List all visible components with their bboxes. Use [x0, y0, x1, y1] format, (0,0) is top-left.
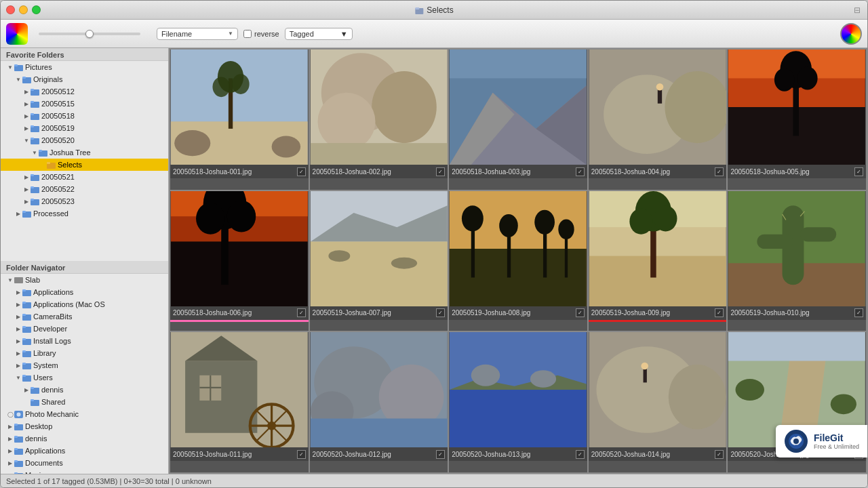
sidebar-item-20050523[interactable]: ▶ 20050523 [1, 195, 168, 207]
filter-dropdown[interactable]: Tagged ▼ [285, 28, 353, 40]
photo-filename: 20050520-Joshua-012.jpg [313, 451, 437, 458]
disclosure-icon [39, 161, 47, 169]
zoom-slider[interactable] [39, 33, 140, 35]
sidebar-item-20050519[interactable]: ▶ 20050519 [1, 122, 168, 134]
reverse-checkbox[interactable] [243, 30, 252, 38]
sidebar-item-nav-movies[interactable]: ▶ Movies [1, 469, 168, 474]
sidebar-item-originals[interactable]: ▼ Originals [1, 73, 168, 85]
sort-dropdown[interactable]: Filename ▼ [157, 28, 238, 40]
photo-cell-4[interactable]: 20050518-Joshua-004.jpg ✓ [589, 49, 727, 190]
disclosure-icon: ▶ [14, 361, 22, 369]
sidebar-item-label: CameraBits [33, 312, 72, 321]
sidebar-item-nav-dennis[interactable]: ▶ dennis [1, 384, 168, 396]
sidebar-item-nav-library[interactable]: ▶ Library [1, 347, 168, 359]
photo-tag-bar [728, 320, 866, 322]
photo-cell-3[interactable]: 20050518-Joshua-003.jpg ✓ [449, 49, 587, 190]
sidebar-item-nav-photo-mechanic[interactable]: ◯ Photo Mechanic [1, 408, 168, 420]
photo-check[interactable]: ✓ [854, 308, 863, 317]
window-resize-button[interactable]: ⊟ [852, 5, 862, 15]
disclosure-icon: ▼ [14, 75, 22, 83]
photo-cell-14[interactable]: 20050520-Joshua-014.jpg ✓ [589, 332, 727, 472]
sidebar-item-nav-users[interactable]: ▼ Users [1, 371, 168, 384]
photo-filename: 20050519-Joshua-007.jpg [313, 309, 437, 317]
svg-point-102 [196, 203, 225, 235]
photo-thumbnail-7 [310, 191, 448, 306]
photo-caption-2: 20050518-Joshua-002.jpg ✓ [310, 165, 448, 178]
filegit-logo-icon [784, 429, 808, 453]
sidebar-item-nav-documents[interactable]: ▶ Documents [1, 457, 168, 469]
photo-cell-11[interactable]: 20050519-Joshua-011.jpg ✓ [170, 332, 309, 472]
photo-tag-bar [449, 461, 587, 463]
sidebar-item-20050521[interactable]: ▶ 20050521 [1, 171, 168, 183]
photo-cell-9[interactable]: 20050519-Joshua-009.jpg ✓ [589, 191, 727, 331]
photo-cell-8[interactable]: 20050519-Joshua-008.jpg ✓ [449, 191, 587, 331]
folder-icon [31, 88, 40, 96]
sidebar-item-label: 20050522 [41, 185, 75, 193]
photo-check[interactable]: ✓ [297, 450, 306, 459]
photo-check[interactable]: ✓ [576, 450, 585, 459]
photo-cell-1[interactable]: 20050518-Joshua-001.jpg ✓ [170, 49, 309, 190]
photo-check[interactable]: ✓ [576, 308, 585, 317]
photo-check[interactable]: ✓ [715, 167, 724, 176]
photo-cell-12[interactable]: 20050520-Joshua-012.jpg ✓ [310, 332, 448, 472]
photo-caption-13: 20050520-Joshua-013.jpg ✓ [449, 447, 587, 461]
photo-check[interactable]: ✓ [436, 450, 445, 459]
photo-check[interactable]: ✓ [576, 167, 585, 176]
close-button[interactable] [6, 5, 15, 14]
svg-point-88 [656, 83, 663, 91]
disclosure-icon: ▼ [6, 63, 14, 71]
sidebar-item-20050518[interactable]: ▶ 20050518 [1, 110, 168, 122]
sidebar-item-nav-desktop[interactable]: ▶ Desktop [1, 420, 168, 432]
minimize-button[interactable] [19, 5, 28, 14]
sidebar-item-label: 20050523 [41, 197, 75, 205]
sidebar-item-nav-install-logs[interactable]: ▶ Install Logs [1, 335, 168, 347]
photo-cell-6[interactable]: 20050518-Joshua-006.jpg ✓ [170, 191, 309, 331]
sidebar-item-label: Photo Mechanic [25, 410, 79, 418]
sidebar-item-processed[interactable]: ▶ Processed [1, 207, 168, 220]
svg-rect-154 [450, 390, 587, 447]
sidebar-item-pictures[interactable]: ▼ Pictures [1, 61, 168, 73]
slider-thumb[interactable] [85, 30, 94, 38]
sidebar-item-selects[interactable]: Selects [1, 159, 168, 171]
photo-cell-13[interactable]: 20050520-Joshua-013.jpg ✓ [449, 332, 587, 472]
photo-check[interactable]: ✓ [297, 167, 306, 176]
svg-rect-23 [31, 186, 34, 188]
photo-cell-7[interactable]: 20050519-Joshua-007.jpg ✓ [310, 191, 448, 331]
sidebar-item-20050522[interactable]: ▶ 20050522 [1, 183, 168, 195]
sidebar-item-20050515[interactable]: ▶ 20050515 [1, 98, 168, 110]
sidebar-item-label: Library [33, 349, 56, 357]
folder-icon [22, 325, 32, 333]
sidebar-item-nav-applications2[interactable]: ▶ Applications [1, 445, 168, 457]
photo-check[interactable]: ✓ [436, 167, 445, 176]
svg-rect-78 [310, 143, 447, 165]
color-picker-button[interactable] [840, 23, 862, 45]
maximize-button[interactable] [32, 5, 41, 14]
svg-point-103 [227, 200, 256, 232]
sidebar-item-nav-applications-macos[interactable]: ▶ Applications (Mac OS [1, 298, 168, 310]
photo-thumbnail-5 [728, 49, 866, 165]
sidebar-item-nav-applications[interactable]: ▶ Applications [1, 286, 168, 298]
sidebar-item-joshua-tree[interactable]: ▼ Joshua Tree [1, 146, 168, 159]
photo-check[interactable]: ✓ [715, 450, 724, 459]
window-title-area: Selects [414, 5, 453, 15]
disclosure-icon [22, 398, 31, 406]
sidebar-item-20050512[interactable]: ▶ 20050512 [1, 85, 168, 98]
sidebar-item-nav-system[interactable]: ▶ System [1, 359, 168, 371]
filegit-tagline: Free & Unlimited [814, 443, 859, 450]
sidebar-item-nav-developer[interactable]: ▶ Developer [1, 323, 168, 335]
sidebar-item-nav-camerabits[interactable]: ▶ CameraBits [1, 310, 168, 323]
photo-cell-10[interactable]: 20050519-Joshua-010.jpg ✓ [728, 191, 866, 331]
sidebar-item-nav-dennis2[interactable]: ▶ dennis [1, 432, 168, 445]
svg-rect-45 [22, 375, 26, 377]
photo-cell-5[interactable]: 20050518-Joshua-005.jpg ✓ [728, 49, 866, 190]
sidebar-item-20050520[interactable]: ▼ 20050520 [1, 134, 168, 146]
photo-check[interactable]: ✓ [715, 308, 724, 317]
sidebar-item-nav-shared[interactable]: Shared [1, 396, 168, 408]
photo-cell-2[interactable]: 20050518-Joshua-002.jpg ✓ [310, 49, 448, 190]
photo-check[interactable]: ✓ [436, 308, 445, 317]
folder-icon [31, 198, 40, 205]
photo-check[interactable]: ✓ [297, 308, 306, 317]
sidebar-item-label: Pictures [25, 63, 52, 71]
photo-check[interactable]: ✓ [854, 167, 863, 176]
sidebar-item-slab[interactable]: ▼ Slab [1, 274, 168, 286]
